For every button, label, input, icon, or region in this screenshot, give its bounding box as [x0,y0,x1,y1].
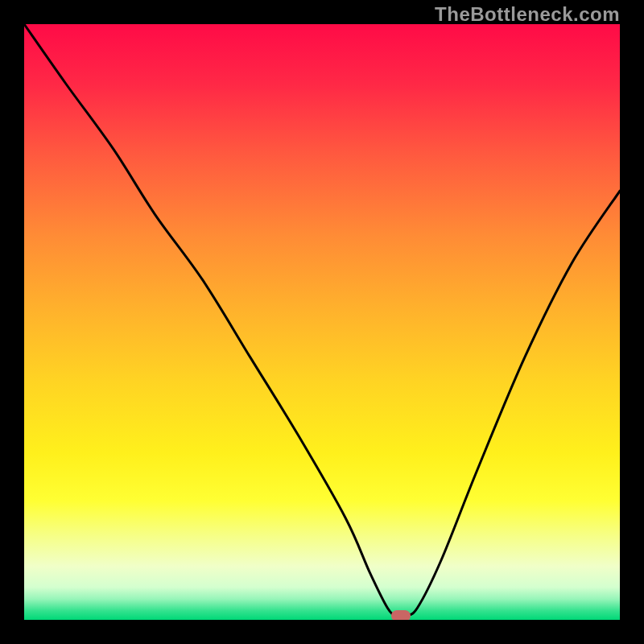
chart-frame: TheBottleneck.com [0,0,644,644]
optimal-marker [391,610,411,620]
bottleneck-curve [24,24,620,620]
plot-area [24,24,620,620]
watermark-text: TheBottleneck.com [435,3,620,26]
